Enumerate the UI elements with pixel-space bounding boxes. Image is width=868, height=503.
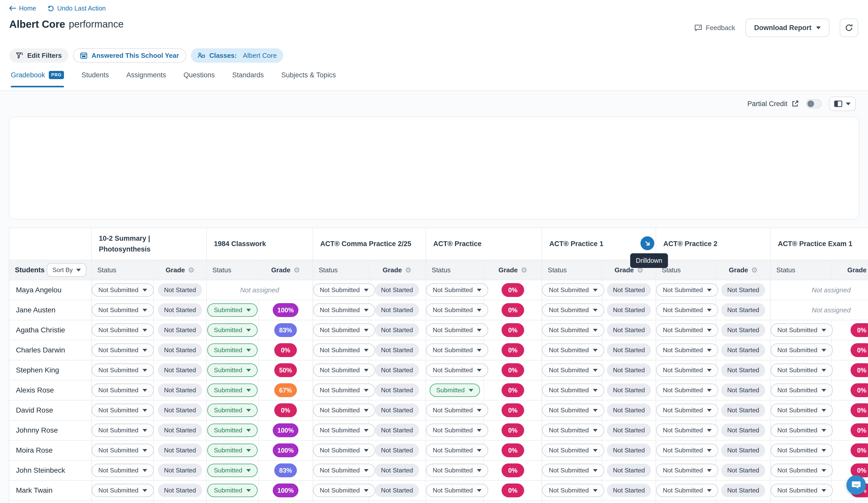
status-dropdown[interactable]: Not Submitted — [771, 363, 833, 377]
status-dropdown[interactable]: Not Submitted — [313, 283, 375, 297]
status-dropdown[interactable]: Not Submitted — [542, 343, 604, 357]
status-dropdown[interactable]: Not Submitted — [426, 324, 488, 337]
status-dropdown[interactable]: Not Submitted — [92, 343, 154, 357]
status-dropdown[interactable]: Not Submitted — [656, 383, 718, 397]
status-dropdown[interactable]: Not Submitted — [542, 383, 604, 397]
partial-credit-toggle[interactable] — [806, 99, 822, 109]
status-dropdown[interactable]: Submitted — [207, 343, 258, 357]
status-dropdown[interactable]: Not Submitted — [656, 304, 718, 317]
status-dropdown[interactable]: Not Submitted — [771, 383, 833, 397]
tab-standards[interactable]: Standards — [232, 71, 264, 88]
status-dropdown[interactable]: Not Submitted — [92, 484, 154, 497]
status-dropdown[interactable]: Submitted — [207, 363, 258, 377]
status-dropdown[interactable]: Not Submitted — [313, 444, 375, 457]
undo-last-action-link[interactable]: Undo Last Action — [48, 4, 106, 12]
status-dropdown[interactable]: Not Submitted — [542, 403, 604, 417]
status-dropdown[interactable]: Not Submitted — [771, 464, 833, 477]
status-dropdown[interactable]: Not Submitted — [92, 304, 154, 317]
tab-assignments[interactable]: Assignments — [126, 71, 166, 88]
status-dropdown[interactable]: Not Submitted — [313, 363, 375, 377]
status-dropdown[interactable]: Submitted — [207, 324, 258, 337]
feedback-button[interactable]: Feedback — [694, 24, 735, 32]
tab-students[interactable]: Students — [81, 71, 109, 88]
status-dropdown[interactable]: Not Submitted — [313, 484, 375, 497]
status-dropdown[interactable]: Not Submitted — [313, 343, 375, 357]
status-dropdown[interactable]: Submitted — [430, 383, 480, 397]
status-dropdown[interactable]: Not Submitted — [92, 444, 154, 457]
status-dropdown[interactable]: Not Submitted — [542, 283, 604, 297]
status-dropdown[interactable]: Not Submitted — [313, 383, 375, 397]
status-dropdown[interactable]: Not Submitted — [656, 464, 718, 477]
status-dropdown[interactable]: Submitted — [207, 424, 258, 437]
status-dropdown[interactable]: Not Submitted — [771, 424, 833, 437]
status-dropdown[interactable]: Not Submitted — [771, 343, 833, 357]
status-dropdown[interactable]: Not Submitted — [426, 484, 488, 497]
column-options-button[interactable] — [829, 96, 856, 111]
status-dropdown[interactable]: Not Submitted — [656, 343, 718, 357]
status-dropdown[interactable]: Not Submitted — [426, 343, 488, 357]
status-dropdown[interactable]: Not Submitted — [771, 444, 833, 457]
status-dropdown[interactable]: Submitted — [207, 383, 258, 397]
status-dropdown[interactable]: Not Submitted — [92, 324, 154, 337]
status-dropdown[interactable]: Not Submitted — [426, 464, 488, 477]
status-dropdown[interactable]: Submitted — [207, 403, 258, 417]
gear-icon[interactable]: ⚙ — [188, 266, 194, 274]
status-dropdown[interactable]: Not Submitted — [92, 464, 154, 477]
gear-icon[interactable]: ⚙ — [405, 266, 411, 274]
status-dropdown[interactable]: Not Submitted — [542, 444, 604, 457]
status-dropdown[interactable]: Not Submitted — [426, 424, 488, 437]
status-dropdown[interactable]: Not Submitted — [542, 363, 604, 377]
download-report-button[interactable]: Download Report — [745, 19, 830, 37]
status-dropdown[interactable]: Not Submitted — [426, 403, 488, 417]
drilldown-button[interactable] — [640, 236, 654, 250]
edit-filters-button[interactable]: Edit Filters — [9, 48, 68, 63]
external-link-icon[interactable] — [792, 100, 799, 107]
status-dropdown[interactable]: Submitted — [207, 464, 258, 477]
gear-icon[interactable]: ⚙ — [521, 266, 527, 274]
classes-filter-chip[interactable]: Classes:Albert Core — [191, 48, 283, 63]
tab-subjects-topics[interactable]: Subjects & Topics — [281, 71, 336, 88]
status-dropdown[interactable]: Not Submitted — [656, 424, 718, 437]
status-dropdown[interactable]: Not Submitted — [313, 424, 375, 437]
status-dropdown[interactable]: Not Submitted — [656, 444, 718, 457]
tab-gradebook[interactable]: GradebookPRO — [11, 71, 64, 88]
status-dropdown[interactable]: Submitted — [207, 484, 258, 497]
status-dropdown[interactable]: Not Submitted — [92, 403, 154, 417]
gear-icon[interactable]: ⚙ — [293, 266, 300, 274]
status-dropdown[interactable]: Not Submitted — [542, 464, 604, 477]
status-dropdown[interactable]: Not Submitted — [771, 403, 833, 417]
status-dropdown[interactable]: Not Submitted — [426, 363, 488, 377]
status-dropdown[interactable]: Not Submitted — [92, 383, 154, 397]
status-dropdown-label: Not Submitted — [777, 447, 817, 454]
status-dropdown[interactable]: Not Submitted — [656, 403, 718, 417]
status-dropdown[interactable]: Not Submitted — [92, 283, 154, 297]
status-dropdown[interactable]: Not Submitted — [313, 403, 375, 417]
status-dropdown[interactable]: Not Submitted — [656, 484, 718, 497]
home-link[interactable]: Home — [9, 4, 36, 12]
tab-questions[interactable]: Questions — [184, 71, 215, 88]
status-dropdown[interactable]: Not Submitted — [313, 464, 375, 477]
status-dropdown[interactable]: Not Submitted — [542, 484, 604, 497]
status-dropdown[interactable]: Not Submitted — [771, 484, 833, 497]
answered-filter-chip[interactable]: Answered This School Year — [73, 48, 186, 63]
status-dropdown[interactable]: Not Submitted — [656, 324, 718, 337]
chat-launcher-button[interactable] — [846, 475, 866, 495]
status-dropdown[interactable]: Not Submitted — [426, 283, 488, 297]
gear-icon[interactable]: ⚙ — [751, 266, 757, 274]
status-dropdown[interactable]: Not Submitted — [426, 444, 488, 457]
status-dropdown[interactable]: Not Submitted — [542, 424, 604, 437]
status-dropdown[interactable]: Not Submitted — [542, 304, 604, 317]
status-dropdown[interactable]: Submitted — [207, 304, 258, 317]
status-dropdown[interactable]: Not Submitted — [542, 324, 604, 337]
status-dropdown[interactable]: Not Submitted — [92, 424, 154, 437]
status-dropdown[interactable]: Not Submitted — [426, 304, 488, 317]
refresh-button[interactable] — [840, 19, 858, 37]
status-dropdown[interactable]: Not Submitted — [656, 283, 718, 297]
status-dropdown[interactable]: Not Submitted — [771, 324, 833, 337]
sort-by-button[interactable]: Sort By — [47, 263, 86, 277]
status-dropdown[interactable]: Not Submitted — [313, 304, 375, 317]
status-dropdown[interactable]: Not Submitted — [313, 324, 375, 337]
status-dropdown[interactable]: Not Submitted — [656, 363, 718, 377]
status-dropdown[interactable]: Not Submitted — [92, 363, 154, 377]
status-dropdown[interactable]: Submitted — [207, 444, 258, 457]
